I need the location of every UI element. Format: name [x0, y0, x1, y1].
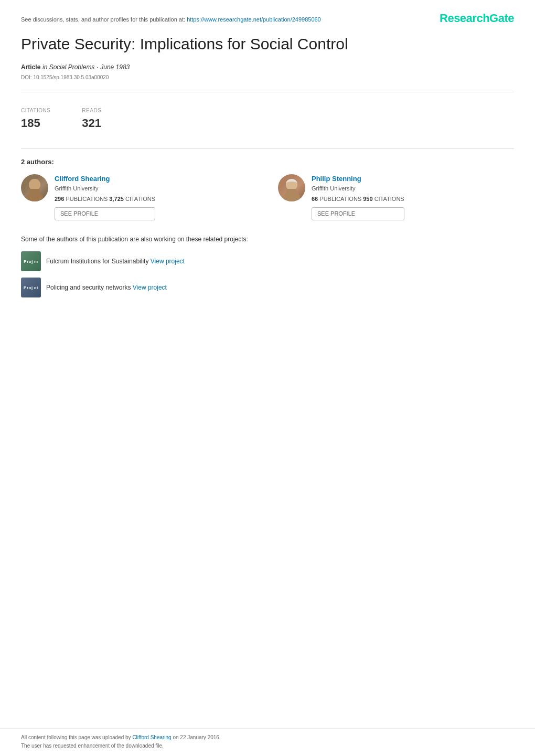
related-projects-heading: Some of the authors of this publication …: [21, 235, 514, 244]
author-stats-1: 66 PUBLICATIONS 950 CITATIONS: [312, 195, 404, 203]
publication-title: Private Security: Implications for Socia…: [21, 34, 514, 54]
divider-1: [21, 92, 514, 92]
doi-line: DOI: 10.1525/sp.1983.30.5.03a00020: [21, 74, 514, 81]
reads-label: READS: [82, 107, 101, 114]
project-text-0: Fulcrum Institutions for Sustainability …: [46, 257, 185, 266]
author-cites-count-0: 3,725: [109, 196, 124, 202]
author-cites-text-0: CITATIONS: [125, 196, 155, 202]
author-stats-0: 296 PUBLICATIONS 3,725 CITATIONS: [55, 195, 155, 203]
author-card-1: Philip Stenning Griffith University 66 P…: [278, 174, 514, 220]
see-profile-btn-0[interactable]: SEE PROFILE: [55, 207, 155, 220]
article-meta: Article in Social Problems · June 1983: [21, 62, 514, 72]
project-name-1: Policing and security networks: [46, 284, 131, 291]
divider-2: [21, 148, 514, 149]
author-cites-count-1: 950: [363, 196, 372, 202]
author-name-1[interactable]: Philip Stenning: [312, 174, 404, 184]
citations-label: CITATIONS: [21, 107, 50, 114]
article-in: in: [42, 63, 49, 71]
article-date: June 1983: [100, 63, 130, 71]
project-link-1[interactable]: View project: [133, 284, 167, 291]
citations-stat: CITATIONS 185: [21, 107, 50, 132]
article-type-label: Article: [21, 63, 40, 71]
author-affiliation-1: Griffith University: [312, 185, 404, 193]
svg-point-2: [29, 179, 40, 190]
avatar-0: [21, 174, 48, 201]
author-pubs-text-0: PUBLICATIONS: [66, 196, 108, 202]
project-link-0[interactable]: View project: [151, 258, 185, 265]
author-card-0: Clifford Shearing Griffith University 29…: [21, 174, 257, 220]
publication-url[interactable]: https://www.researchgate.net/publication…: [187, 16, 321, 23]
reads-value: 321: [82, 115, 101, 132]
article-journal: Social Problems: [49, 63, 95, 71]
author-pubs-count-0: 296: [55, 196, 64, 202]
project-item-1: Proj ct Policing and security networks V…: [21, 278, 514, 297]
project-thumb-0: Proj m: [21, 251, 41, 271]
authors-grid: Clifford Shearing Griffith University 29…: [21, 174, 514, 220]
project-name-0: Fulcrum Institutions for Sustainability: [46, 258, 148, 265]
see-profile-btn-1[interactable]: SEE PROFILE: [312, 207, 404, 220]
author-affiliation-0: Griffith University: [55, 185, 155, 193]
author-pubs-text-1: PUBLICATIONS: [319, 196, 361, 202]
svg-rect-7: [286, 189, 297, 197]
author-info-0: Clifford Shearing Griffith University 29…: [55, 174, 155, 220]
project-text-1: Policing and security networks View proj…: [46, 283, 167, 292]
brand-logo: ResearchGate: [440, 10, 514, 27]
project-item-0: Proj m Fulcrum Institutions for Sustaina…: [21, 251, 514, 271]
citations-value: 185: [21, 115, 50, 132]
doi-value: 10.1525/sp.1983.30.5.03a00020: [33, 74, 109, 80]
author-cites-text-1: CITATIONS: [374, 196, 404, 202]
author-pubs-count-1: 66: [312, 196, 318, 202]
svg-rect-3: [29, 189, 40, 197]
avatar-1: [278, 174, 305, 201]
author-info-1: Philip Stenning Griffith University 66 P…: [312, 174, 404, 220]
authors-heading: 2 authors:: [21, 157, 514, 167]
project-thumb-1: Proj ct: [21, 278, 41, 297]
reads-stat: READS 321: [82, 107, 101, 132]
author-name-0[interactable]: Clifford Shearing: [55, 174, 155, 184]
stats-row: CITATIONS 185 READS 321: [21, 101, 514, 140]
